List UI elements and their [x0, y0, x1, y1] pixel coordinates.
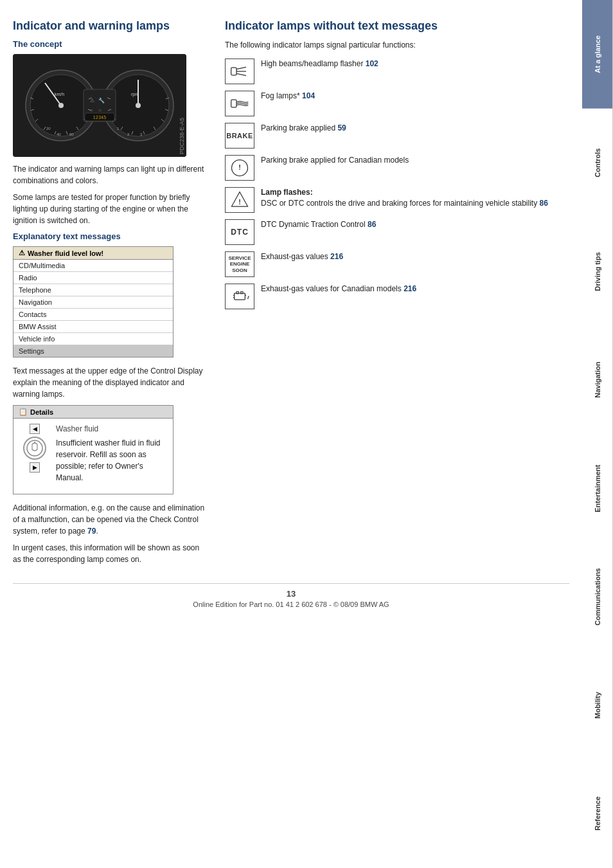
sidebar-item-controls[interactable]: Controls	[582, 109, 613, 217]
warning-icon: ⚠	[19, 249, 25, 257]
body-text-2: Some lamps are tested for proper functio…	[13, 192, 206, 226]
page-ref-exhaust[interactable]: 216	[330, 252, 343, 261]
menu-item-cdmultimedia[interactable]: CD/Multimedia	[13, 260, 173, 272]
svg-text:40: 40	[57, 132, 61, 136]
details-body: ◀ ▶ Washer fluid	[13, 419, 173, 494]
lamp-row-lamp-flashes: ! Lamp flashes: DSC or DTC controls the …	[225, 187, 569, 213]
page-ref-1[interactable]: 79	[87, 527, 96, 536]
brake-label-text: BRAKE	[226, 132, 253, 140]
svg-point-7	[58, 103, 64, 108]
svg-text:○: ○	[90, 107, 93, 113]
page-footer: 13 Online Edition for Part no. 01 41 2 6…	[13, 583, 569, 608]
details-item-desc: Insufficient washer fluid in fluid reser…	[56, 437, 168, 484]
section-title-left: Indicator and warning lamps	[13, 19, 206, 33]
sidebar: At a glance Controls Driving tips Naviga…	[582, 0, 613, 868]
lamp-desc-exhaust-canada: Exhaust-gas values for Canadian models 2…	[261, 284, 569, 294]
page-ref-dtc[interactable]: 86	[368, 220, 376, 229]
lamp-row-dtc: DTC DTC Dynamic Traction Control 86	[225, 219, 569, 245]
menu-item-settings[interactable]: Settings	[13, 345, 173, 357]
left-column: Indicator and warning lamps The concept	[13, 19, 206, 570]
details-icon: 📋	[19, 408, 28, 416]
page-ref-exhaust-canada[interactable]: 216	[404, 284, 416, 293]
svg-text:km/h: km/h	[55, 92, 64, 96]
menu-item-navigation[interactable]: Navigation	[13, 296, 173, 309]
page-ref-brake[interactable]: 59	[337, 123, 346, 132]
back-arrow[interactable]: ◀	[30, 424, 40, 434]
lamp-row-exhaust: SERVICEENGINESOON Exhaust-gas values 216	[225, 251, 569, 277]
brake-text-icon: BRAKE	[225, 123, 254, 149]
brake-canada-icon: !	[225, 155, 254, 181]
svg-text:⚠: ⚠	[90, 98, 94, 104]
menu-text: Text messages at the upper edge of the C…	[13, 365, 206, 400]
menu-item-vehicleinfo[interactable]: Vehicle info	[13, 333, 173, 345]
service-engine-icon: SERVICEENGINESOON	[225, 251, 254, 277]
menu-item-contacts[interactable]: Contacts	[13, 309, 173, 321]
additional-text-1: Additional information, e.g. on the caus…	[13, 502, 206, 537]
svg-point-9	[136, 103, 141, 108]
page-ref-fog[interactable]: 104	[302, 91, 315, 100]
lamp-desc-exhaust: Exhaust-gas values 216	[261, 251, 569, 262]
sidebar-item-entertainment[interactable]: Entertainment	[582, 434, 613, 543]
details-text-col: Washer fluid Insufficient washer fluid i…	[56, 424, 168, 489]
right-column: Indicator lamps without text messages Th…	[225, 19, 569, 570]
lamp-desc-fog: Fog lamps* 104	[261, 91, 569, 102]
sidebar-item-communications[interactable]: Communications	[582, 543, 613, 651]
page-ref-high-beams[interactable]: 102	[366, 59, 378, 68]
body-text-1: The indicator and warning lamps can ligh…	[13, 163, 206, 186]
menu-list: ⚠ Washer fluid level low! CD/Multimedia …	[13, 246, 173, 357]
main-content: Indicator and warning lamps The concept	[0, 0, 582, 868]
details-header-label: Details	[30, 408, 53, 416]
sidebar-item-reference[interactable]: Reference	[582, 759, 613, 868]
lamp-desc-high-beams: High beams/headlamp flasher 102	[261, 59, 569, 69]
lamp-desc-brake: Parking brake applied 59	[261, 123, 569, 134]
svg-rect-57	[241, 292, 243, 294]
page-ref-flashes[interactable]: 86	[540, 199, 548, 208]
menu-item-radio[interactable]: Radio	[13, 272, 173, 284]
svg-rect-55	[235, 293, 245, 300]
service-label-text: SERVICEENGINESOON	[229, 255, 251, 274]
cluster-image: ⚠ 🔧 ○ ○ 20 40 60 1 2 3 km/h	[13, 54, 186, 157]
svg-rect-46	[231, 68, 236, 75]
sidebar-item-mobility[interactable]: Mobility	[582, 651, 613, 760]
fog-lamps-icon	[225, 91, 254, 116]
lamp-desc-flashes: Lamp flashes: DSC or DTC controls the dr…	[261, 187, 569, 209]
menu-item-telephone[interactable]: Telephone	[13, 284, 173, 296]
dtc-label-text: DTC	[231, 228, 249, 237]
menu-item-bmwassist[interactable]: BMW Assist	[13, 321, 173, 333]
details-icon-col: ◀ ▶	[19, 424, 51, 489]
menu-header-text: Washer fluid level low!	[28, 249, 103, 257]
image-label: PDC238-E-A5	[179, 118, 185, 154]
svg-text:○: ○	[98, 107, 102, 113]
forward-arrow[interactable]: ▶	[30, 462, 40, 473]
details-item-title: Washer fluid	[56, 424, 168, 435]
indicator-intro: The following indicator lamps signal par…	[225, 39, 569, 51]
section-title-right: Indicator lamps without text messages	[225, 19, 569, 33]
lamp-row-fog: Fog lamps* 104	[225, 91, 569, 116]
svg-line-49	[236, 73, 246, 75]
lamp-row-parking-brake: BRAKE Parking brake applied 59	[225, 123, 569, 149]
page-number: 13	[13, 589, 569, 599]
footer-text: Online Edition for Part no. 01 41 2 602 …	[13, 601, 569, 608]
svg-text:!: !	[238, 163, 241, 171]
lamp-flashes-label: Lamp flashes:	[261, 188, 313, 197]
triangle-warning-icon: !	[225, 187, 254, 213]
columns-layout: Indicator and warning lamps The concept	[13, 19, 569, 570]
svg-rect-56	[236, 292, 238, 294]
explanatory-title: Explanatory text messages	[13, 231, 206, 241]
details-header: 📋 Details	[13, 406, 173, 419]
svg-text:rpm: rpm	[131, 92, 139, 97]
dtc-icon: DTC	[225, 219, 254, 245]
lamp-row-high-beams: High beams/headlamp flasher 102	[225, 59, 569, 84]
lamp-row-brake-canada: ! Parking brake applied for Canadian mod…	[225, 155, 569, 181]
lamp-desc-dtc: DTC Dynamic Traction Control 86	[261, 219, 569, 230]
svg-text:🔧: 🔧	[98, 97, 105, 104]
additional-text-2: In urgent cases, this information will b…	[13, 542, 206, 565]
svg-text:!: !	[238, 198, 241, 206]
menu-header: ⚠ Washer fluid level low!	[13, 247, 173, 260]
sidebar-item-navigation[interactable]: Navigation	[582, 325, 613, 434]
sidebar-item-at-a-glance[interactable]: At a glance	[582, 0, 613, 109]
lamp-desc-brake-canada: Parking brake applied for Canadian model…	[261, 155, 569, 166]
svg-line-47	[236, 67, 246, 69]
exhaust-canada-icon	[225, 284, 254, 309]
sidebar-item-driving-tips[interactable]: Driving tips	[582, 217, 613, 326]
